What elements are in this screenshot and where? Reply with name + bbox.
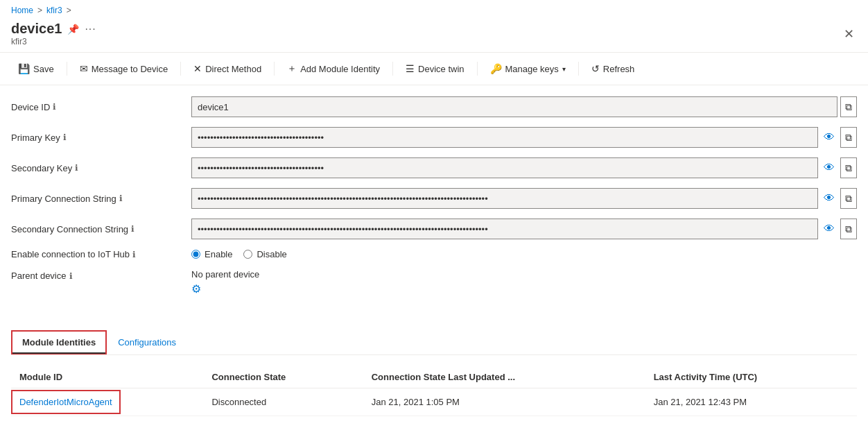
toolbar-divider4 (392, 62, 393, 76)
device-id-label: Device ID (11, 102, 50, 112)
primary-conn-info-icon: ℹ (119, 194, 123, 203)
enable-radio[interactable] (191, 250, 200, 259)
col-last-activity: Last Activity Time (UTC) (645, 366, 857, 388)
col-connection-state-updated: Connection State Last Updated ... (363, 366, 645, 388)
secondary-conn-eye-button[interactable]: 👁 (821, 221, 837, 237)
save-button[interactable]: 💾 Save (11, 59, 61, 78)
toolbar-divider5 (477, 62, 478, 76)
primary-key-label: Primary Key (11, 132, 60, 143)
module-id-link[interactable]: DefenderIotMicroAgent (19, 397, 112, 407)
breadcrumb: Home > kfir3 > (0, 0, 868, 18)
secondary-key-label: Secondary Key (11, 163, 72, 173)
add-module-identity-button[interactable]: ＋ Add Module Identity (280, 58, 387, 79)
col-module-id: Module ID (11, 366, 203, 388)
primary-key-info-icon: ℹ (63, 132, 67, 142)
tab-module-identities[interactable]: Module Identities (12, 332, 105, 353)
secondary-key-eye-button[interactable]: 👁 (821, 160, 837, 176)
toolbar-divider (67, 62, 67, 76)
breadcrumb-sep1: > (37, 6, 42, 15)
close-button[interactable]: ✕ (841, 24, 857, 44)
message-to-device-button[interactable]: ✉ Message to Device (73, 59, 175, 78)
primary-conn-copy-button[interactable]: ⧉ (840, 188, 857, 209)
primary-conn-label: Primary Connection String (11, 194, 116, 204)
direct-method-icon: ✕ (193, 63, 202, 74)
direct-method-button[interactable]: ✕ Direct Method (186, 59, 268, 78)
secondary-conn-info-icon: ℹ (131, 224, 134, 234)
secondary-key-input[interactable] (191, 157, 818, 178)
device-twin-button[interactable]: ☰ Device twin (399, 59, 471, 78)
parent-device-label: Parent device (11, 271, 67, 281)
disable-radio-label[interactable]: Disable (243, 249, 286, 259)
device-id-info-icon: ℹ (53, 102, 56, 112)
enable-radio-label[interactable]: Enable (191, 249, 232, 259)
key-icon: 🔑 (490, 63, 502, 74)
parent-device-info-icon: ℹ (69, 271, 73, 281)
enable-conn-info-icon: ℹ (132, 250, 136, 259)
add-icon: ＋ (287, 62, 297, 75)
table-row: DefenderIotMicroAgent Disconnected Jan 2… (11, 388, 857, 416)
connection-state-cell: Disconnected (203, 388, 363, 416)
subtitle: kfir3 (11, 37, 96, 46)
primary-conn-eye-button[interactable]: 👁 (821, 191, 837, 206)
secondary-conn-label: Secondary Connection String (11, 224, 128, 234)
last-activity-cell: Jan 21, 2021 12:43 PM (645, 388, 857, 416)
device-id-input[interactable] (191, 96, 837, 117)
pin-icon[interactable]: 📌 (67, 24, 79, 35)
breadcrumb-home[interactable]: Home (11, 6, 33, 15)
chevron-down-icon: ▾ (562, 65, 566, 73)
toolbar-divider2 (180, 62, 181, 76)
refresh-button[interactable]: ↺ Refresh (584, 59, 642, 78)
primary-key-copy-button[interactable]: ⧉ (840, 127, 857, 148)
device-id-copy-button[interactable]: ⧉ (840, 96, 857, 117)
more-options-icon[interactable]: ··· (85, 23, 96, 35)
parent-device-gear-icon[interactable]: ⚙ (191, 282, 259, 296)
refresh-icon: ↺ (591, 63, 600, 74)
primary-key-input[interactable] (191, 127, 818, 148)
no-parent-text: No parent device (191, 269, 259, 280)
primary-key-eye-button[interactable]: 👁 (821, 130, 837, 145)
col-connection-state: Connection State (203, 366, 363, 388)
secondary-conn-copy-button[interactable]: ⧉ (840, 219, 857, 239)
message-icon: ✉ (80, 63, 88, 74)
disable-radio[interactable] (243, 250, 252, 259)
enable-label: Enable (205, 249, 232, 259)
manage-keys-button[interactable]: 🔑 Manage keys ▾ (483, 59, 573, 78)
toolbar-divider6 (578, 62, 579, 76)
secondary-key-info-icon: ℹ (75, 163, 78, 173)
save-icon: 💾 (18, 63, 30, 74)
device-twin-icon: ☰ (406, 63, 415, 74)
primary-conn-input[interactable] (191, 188, 818, 209)
toolbar-divider3 (274, 62, 275, 76)
page-title: device1 (11, 21, 62, 37)
tab-configurations[interactable]: Configurations (107, 330, 187, 354)
secondary-key-copy-button[interactable]: ⧉ (840, 157, 857, 178)
last-updated-cell: Jan 21, 2021 1:05 PM (363, 388, 645, 416)
enable-conn-label: Enable connection to IoT Hub (11, 249, 130, 259)
disable-label: Disable (257, 249, 286, 259)
module-id-cell: DefenderIotMicroAgent (11, 388, 203, 416)
breadcrumb-parent[interactable]: kfir3 (46, 6, 62, 15)
secondary-conn-input[interactable] (191, 219, 818, 239)
breadcrumb-sep2: > (67, 6, 71, 15)
